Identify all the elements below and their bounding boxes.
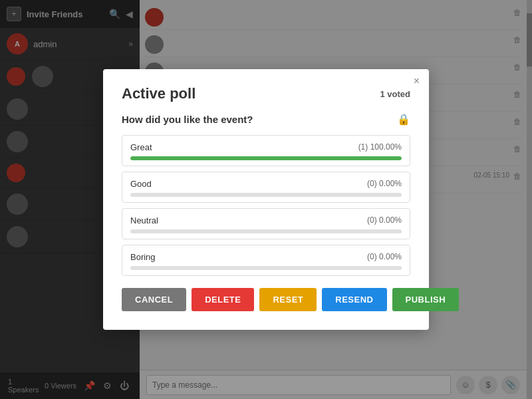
delete-button[interactable]: DELETE <box>192 288 254 311</box>
option-count: (0) 0.00% <box>367 252 402 262</box>
progress-bar-fill <box>130 156 402 160</box>
reset-button[interactable]: RESET <box>259 288 317 311</box>
cancel-button[interactable]: CANCEL <box>122 288 186 311</box>
poll-options: Great(1) 100.00%Good(0) 0.00%Neutral(0) … <box>122 135 410 276</box>
resend-button[interactable]: RESEND <box>322 288 386 311</box>
publish-button[interactable]: PUBLISH <box>392 288 460 311</box>
modal-actions: CANCEL DELETE RESET RESEND PUBLISH <box>122 288 410 311</box>
modal-overlay: × Active poll 1 voted How did you like t… <box>0 0 532 399</box>
modal-title: Active poll <box>122 85 196 102</box>
poll-option: Boring(0) 0.00% <box>122 245 410 276</box>
option-label: Good <box>130 179 152 189</box>
progress-bar-bg <box>130 156 402 160</box>
modal-header: Active poll 1 voted <box>122 85 410 102</box>
poll-option: Good(0) 0.00% <box>122 172 410 203</box>
poll-modal: × Active poll 1 voted How did you like t… <box>103 69 429 330</box>
close-button[interactable]: × <box>414 76 420 86</box>
poll-option: Neutral(0) 0.00% <box>122 208 410 239</box>
option-label: Boring <box>130 252 156 262</box>
option-count: (1) 100.00% <box>358 142 402 152</box>
option-count: (0) 0.00% <box>367 179 402 189</box>
option-count: (0) 0.00% <box>367 215 402 225</box>
progress-bar-bg <box>130 266 402 270</box>
lock-icon: 🔒 <box>397 113 410 126</box>
poll-question: How did you like the event? <box>122 114 253 125</box>
progress-bar-bg <box>130 193 402 197</box>
voted-count: 1 voted <box>380 89 410 99</box>
poll-option: Great(1) 100.00% <box>122 135 410 166</box>
option-label: Great <box>130 142 152 152</box>
option-label: Neutral <box>130 215 158 225</box>
question-row: How did you like the event? 🔒 <box>122 113 410 126</box>
progress-bar-bg <box>130 229 402 233</box>
